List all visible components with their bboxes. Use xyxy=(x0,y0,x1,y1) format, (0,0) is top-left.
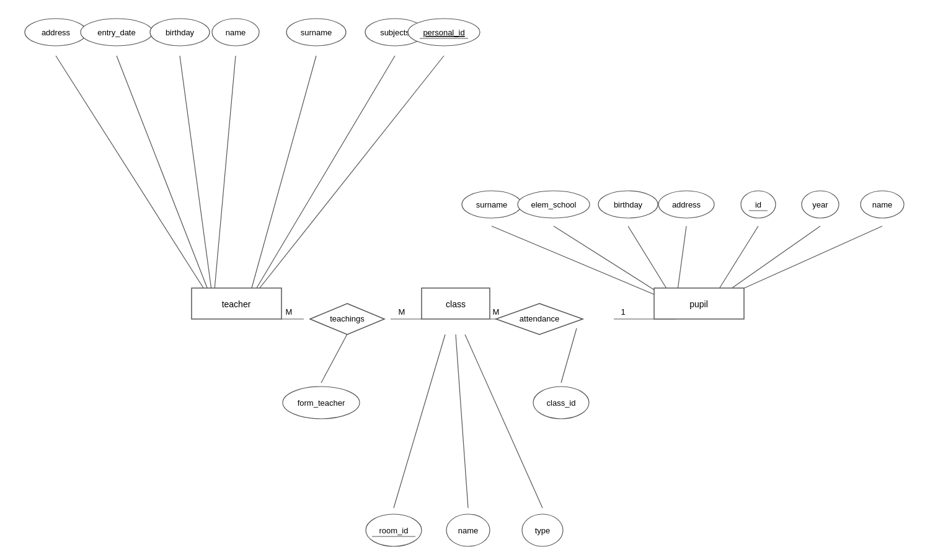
svg-line-0 xyxy=(56,56,213,304)
birthday-attr-pupil-label: birthday xyxy=(614,200,643,209)
room-id-attr-label: room_id xyxy=(379,526,409,535)
year-attr-pupil-label: year xyxy=(812,200,828,209)
name-attr-teacher-label: name xyxy=(226,28,246,37)
class-label: class xyxy=(446,299,466,309)
svg-line-15 xyxy=(456,335,468,508)
svg-line-17 xyxy=(321,328,350,383)
address-attr-pupil-label: address xyxy=(672,200,701,209)
subjects-attr-label: subjects xyxy=(380,28,410,37)
birthday-attr-teacher-label: birthday xyxy=(166,28,195,37)
address-attr-teacher-label: address xyxy=(42,28,71,37)
name-attr-class-label: name xyxy=(458,526,479,535)
svg-line-16 xyxy=(465,335,542,508)
svg-line-2 xyxy=(180,56,213,304)
type-attr-class-label: type xyxy=(535,526,551,535)
cardinality-teachings-class: M xyxy=(399,307,405,317)
id-attr-pupil-label: id xyxy=(755,200,761,209)
svg-line-14 xyxy=(394,335,445,508)
svg-line-1 xyxy=(117,56,213,304)
elem-school-attr-label: elem_school xyxy=(531,200,577,209)
attendance-label: attendance xyxy=(520,314,559,323)
svg-line-4 xyxy=(247,56,316,304)
svg-line-3 xyxy=(213,56,236,304)
teacher-label: teacher xyxy=(222,299,251,309)
svg-line-18 xyxy=(561,328,577,383)
form-teacher-attr-label: form_teacher xyxy=(298,398,345,408)
surname-attr-teacher-label: surname xyxy=(301,28,332,37)
personal-id-attr-label: personal_id xyxy=(423,28,464,37)
svg-line-6 xyxy=(247,56,444,304)
pupil-label: pupil xyxy=(689,299,708,309)
cardinality-teacher-teachings: M xyxy=(286,307,293,317)
entry-date-attr-label: entry_date xyxy=(97,28,135,37)
cardinality-attendance-pupil: 1 xyxy=(621,307,625,317)
surname-attr-pupil-label: surname xyxy=(476,200,508,209)
teachings-label: teachings xyxy=(330,314,365,323)
svg-line-5 xyxy=(247,56,395,304)
svg-line-7 xyxy=(492,226,676,304)
cardinality-class-attendance: M xyxy=(493,307,500,317)
name-attr-pupil-label: name xyxy=(872,200,893,209)
class-id-attr-label: class_id xyxy=(547,398,576,408)
